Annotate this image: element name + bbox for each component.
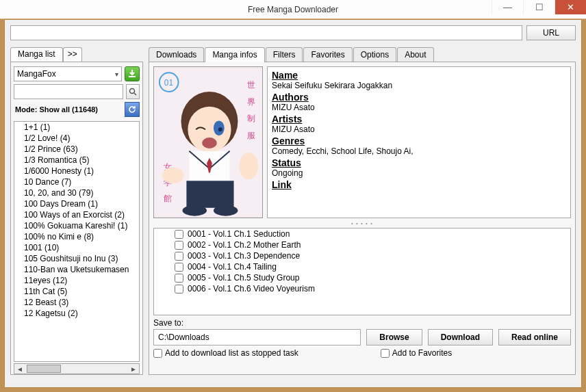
- chapter-checkbox[interactable]: [175, 230, 183, 239]
- svg-point-19: [182, 205, 207, 216]
- tab-downloads[interactable]: Downloads: [149, 47, 204, 62]
- save-path-input[interactable]: [153, 329, 361, 345]
- mode-label: Mode: Show all (11648): [14, 105, 98, 114]
- info-authors-value: MIZU Asato: [272, 103, 566, 112]
- chapter-checkbox[interactable]: [175, 263, 183, 272]
- info-genres-header: Genres: [272, 135, 566, 146]
- list-item[interactable]: 1/6000 Honesty (1): [14, 166, 139, 177]
- search-icon: [129, 88, 137, 96]
- refresh-button[interactable]: [125, 102, 140, 117]
- url-input[interactable]: [10, 25, 522, 40]
- scroll-right-icon[interactable]: ►: [128, 364, 139, 374]
- svg-point-20: [214, 205, 238, 216]
- chapter-row[interactable]: 0004 - Vol.1 Ch.4 Tailing: [154, 261, 570, 272]
- chapter-row[interactable]: 0003 - Vol.1 Ch.3 Dependence: [154, 250, 570, 261]
- manga-cover-placeholder-icon: 世 界 制 服 女 学 館 01: [154, 67, 262, 218]
- svg-line-1: [134, 93, 136, 95]
- chapter-label: 0004 - Vol.1 Ch.4 Tailing: [188, 262, 277, 272]
- list-item[interactable]: 1+1 (1): [14, 122, 139, 133]
- svg-text:服: 服: [247, 131, 255, 140]
- add-stopped-checkbox[interactable]: Add to download list as stopped task: [153, 348, 298, 358]
- list-item[interactable]: 100 Ways of an Exorcist (2): [14, 209, 139, 220]
- list-item[interactable]: 100% no Kimi e (8): [14, 231, 139, 242]
- info-authors-header: Authors: [272, 92, 566, 103]
- svg-rect-18: [186, 181, 233, 208]
- list-item[interactable]: 10, 20, and 30 (79): [14, 187, 139, 198]
- chapter-row[interactable]: 0001 - Vol.1 Ch.1 Seduction: [154, 228, 570, 239]
- tab-manga-list[interactable]: Manga list: [10, 47, 63, 62]
- tab-favorites[interactable]: Favorites: [303, 47, 352, 62]
- scroll-left-icon[interactable]: ◄: [14, 364, 25, 374]
- svg-point-21: [162, 168, 184, 184]
- splitter[interactable]: • • • • •: [155, 221, 570, 225]
- list-item[interactable]: 10 Dance (7): [14, 177, 139, 187]
- info-panel[interactable]: Name Sekai Seifuku Sekirara Jogakkan Aut…: [267, 66, 571, 218]
- list-item[interactable]: 105 Goushitsuji no Inu (3): [14, 253, 139, 264]
- chapter-list[interactable]: 0001 - Vol.1 Ch.1 Seduction0002 - Vol.1 …: [153, 228, 571, 315]
- svg-text:界: 界: [247, 97, 255, 107]
- info-artists-value: MIZU Asato: [272, 125, 566, 134]
- search-button[interactable]: [126, 84, 140, 99]
- url-button[interactable]: URL: [526, 25, 576, 40]
- chapter-checkbox[interactable]: [175, 241, 183, 250]
- add-favorites-checkbox[interactable]: Add to Favorites: [381, 348, 452, 358]
- svg-point-15: [218, 127, 222, 131]
- search-input[interactable]: [14, 84, 123, 99]
- svg-text:館: 館: [164, 194, 172, 203]
- info-status-header: Status: [272, 157, 566, 168]
- close-button[interactable]: ✕: [555, 0, 586, 14]
- chapter-label: 0003 - Vol.1 Ch.3 Dependence: [188, 251, 300, 261]
- maximize-button[interactable]: ☐: [523, 0, 555, 14]
- info-name-value: Sekai Seifuku Sekirara Jogakkan: [272, 81, 566, 90]
- list-item[interactable]: 110-Ban wa Uketsukemasen: [14, 264, 139, 275]
- list-item[interactable]: 1001 (10): [14, 242, 139, 253]
- chapter-row[interactable]: 0002 - Vol.1 Ch.2 Mother Earth: [154, 239, 570, 250]
- refresh-icon: [128, 105, 136, 114]
- tab-filters[interactable]: Filters: [266, 47, 303, 62]
- source-value: MangaFox: [17, 69, 56, 79]
- h-scrollbar[interactable]: ◄ ►: [14, 363, 140, 374]
- svg-point-16: [202, 138, 217, 148]
- chapter-checkbox[interactable]: [175, 252, 183, 261]
- list-item[interactable]: 11th Cat (5): [14, 286, 139, 297]
- list-item[interactable]: 12 Beast (3): [14, 297, 139, 308]
- manga-list[interactable]: 1+1 (1)1/2 Love! (4)1/2 Prince (63)1/3 R…: [14, 121, 140, 362]
- grip-icon: • • • • •: [351, 220, 373, 226]
- info-artists-header: Artists: [272, 114, 566, 125]
- chapter-row[interactable]: 0005 - Vol.1 Ch.5 Study Group: [154, 272, 570, 283]
- chapter-row[interactable]: 0006 - Vol.1 Ch.6 Video Voyeurism: [154, 283, 570, 294]
- cover-image: 世 界 制 服 女 学 館 01: [153, 66, 263, 218]
- window-title: Free Manga Downloader: [248, 5, 338, 14]
- titlebar[interactable]: Free Manga Downloader — ☐ ✕: [0, 0, 586, 19]
- tab-expand[interactable]: >>: [63, 47, 82, 62]
- list-item[interactable]: 11eyes (12): [14, 275, 139, 286]
- add-stopped-input[interactable]: [153, 349, 162, 358]
- read-online-button[interactable]: Read online: [498, 329, 571, 345]
- info-name-header: Name: [272, 70, 566, 81]
- tab-about[interactable]: About: [397, 47, 433, 62]
- list-item[interactable]: 1/3 Romantica (5): [14, 155, 139, 166]
- svg-text:世: 世: [247, 80, 255, 90]
- update-source-button[interactable]: [125, 66, 140, 81]
- chevron-down-icon: ▾: [115, 70, 118, 78]
- list-item[interactable]: 1/2 Prince (63): [14, 144, 139, 155]
- chapter-checkbox[interactable]: [175, 274, 183, 283]
- download-arrow-icon: [128, 70, 136, 78]
- scroll-thumb[interactable]: [27, 365, 61, 373]
- list-item[interactable]: 100% Gokuama Kareshi! (1): [14, 220, 139, 231]
- chapter-label: 0002 - Vol.1 Ch.2 Mother Earth: [188, 240, 301, 250]
- svg-text:制: 制: [247, 114, 255, 123]
- chapter-checkbox[interactable]: [175, 285, 183, 293]
- tab-options[interactable]: Options: [353, 47, 396, 62]
- chapter-label: 0006 - Vol.1 Ch.6 Video Voyeurism: [188, 284, 315, 293]
- list-item[interactable]: 12 Kagetsu (2): [14, 308, 139, 319]
- browse-button[interactable]: Browse: [366, 329, 422, 345]
- minimize-button[interactable]: —: [492, 0, 523, 14]
- svg-point-0: [130, 89, 135, 94]
- add-favorites-input[interactable]: [381, 349, 390, 358]
- download-button[interactable]: Download: [428, 329, 493, 345]
- tab-manga-infos[interactable]: Manga infos: [205, 47, 264, 62]
- list-item[interactable]: 100 Days Dream (1): [14, 198, 139, 209]
- source-dropdown[interactable]: MangaFox ▾: [14, 66, 122, 81]
- list-item[interactable]: 1/2 Love! (4): [14, 133, 139, 144]
